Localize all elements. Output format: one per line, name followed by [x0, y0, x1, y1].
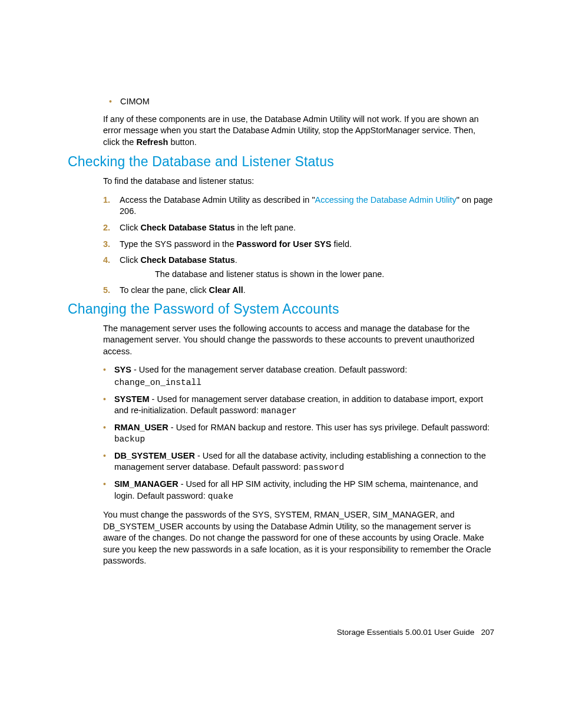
bullet-icon: • — [103, 394, 106, 405]
bullet-text: CIMOM — [120, 96, 150, 108]
page-number: 207 — [481, 628, 494, 637]
step-number: 1. — [103, 195, 116, 206]
item-body: SYSTEM - Used for management server data… — [114, 394, 494, 417]
step-number: 3. — [103, 239, 116, 251]
step-1: 1. Access the Database Admin Utility as … — [103, 195, 494, 218]
account-name: SIM_MANAGER — [114, 479, 178, 489]
text: - Used for management server database cr… — [114, 394, 483, 416]
accounts-list: • SYS - Used for the management server d… — [103, 364, 494, 502]
bullet-icon: • — [103, 422, 106, 433]
account-name: RMAN_USER — [114, 423, 168, 432]
footer-title: Storage Essentials 5.00.01 User Guide — [337, 628, 474, 637]
step-body: Access the Database Admin Utility as des… — [120, 195, 494, 218]
default-password: password — [303, 463, 345, 472]
text: . — [235, 255, 237, 265]
step-number: 2. — [103, 222, 116, 234]
account-name: DB_SYSTEM_USER — [114, 451, 195, 460]
item-body: SIM_MANAGER - Used for all HP SIM activi… — [114, 479, 494, 502]
step-4: 4. Click Check Database Status. — [103, 255, 494, 266]
text: in the left pane. — [235, 223, 296, 232]
default-password: quake — [208, 492, 234, 501]
default-password: change_on_install — [114, 377, 494, 389]
step-number: 5. — [103, 285, 116, 297]
step-body: Click Check Database Status in the left … — [120, 222, 296, 234]
section2-lead: The management server uses the following… — [103, 323, 494, 358]
step-2: 2. Click Check Database Status in the le… — [103, 222, 494, 234]
list-item: • SYS - Used for the management server d… — [103, 364, 494, 388]
ui-label: Password for User SYS — [236, 239, 331, 249]
text: To clear the pane, click — [120, 285, 209, 295]
refresh-label: Refresh — [136, 137, 168, 147]
item-body: RMAN_USER - Used for RMAN backup and res… — [114, 422, 494, 446]
document-page: • CIMOM If any of these components are i… — [0, 0, 562, 621]
ordered-steps: 1. Access the Database Admin Utility as … — [103, 195, 494, 297]
default-password: backup — [114, 434, 145, 444]
default-password: manager — [261, 406, 297, 416]
account-name: SYS — [114, 365, 131, 374]
list-item: • CIMOM — [109, 96, 494, 108]
text: - Used for RMAN backup and restore. This… — [168, 423, 490, 432]
intro-bullet-list: • CIMOM — [109, 96, 494, 108]
bullet-icon: • — [103, 450, 106, 462]
text: Click — [120, 255, 140, 265]
ui-label: Check Database Status — [140, 223, 234, 232]
account-name: SYSTEM — [114, 394, 150, 404]
ui-label: Check Database Status — [140, 255, 234, 265]
list-item: • RMAN_USER - Used for RMAN backup and r… — [103, 422, 494, 446]
bullet-icon: • — [103, 364, 106, 375]
item-body: SYS - Used for the management server dat… — [114, 364, 494, 388]
text: Type the SYS password in the — [120, 239, 236, 249]
bullet-icon: • — [103, 479, 106, 490]
list-item: • DB_SYSTEM_USER - Used for all the data… — [103, 450, 494, 474]
section2-trailing: You must change the passwords of the SYS… — [103, 509, 494, 567]
step-body: Click Check Database Status. — [120, 255, 237, 266]
section-heading-checking-status: Checking the Database and Listener Statu… — [68, 154, 494, 170]
text: field. — [331, 239, 352, 249]
item-body: DB_SYSTEM_USER - Used for all the databa… — [114, 450, 494, 474]
bullet-icon: • — [109, 96, 112, 107]
list-item: • SYSTEM - Used for management server da… — [103, 394, 494, 417]
step-body: To clear the pane, click Clear All. — [120, 285, 246, 297]
page-footer: Storage Essentials 5.00.01 User Guide 20… — [337, 628, 494, 637]
step-4-sub: The database and listener status is show… — [155, 269, 494, 281]
link-accessing-db-admin[interactable]: Accessing the Database Admin Utility — [315, 195, 457, 205]
ui-label: Clear All — [209, 285, 243, 295]
step-3: 3. Type the SYS password in the Password… — [103, 239, 494, 251]
text: Click — [120, 223, 140, 232]
intro-paragraph: If any of these components are in use, t… — [103, 114, 494, 149]
list-item: • SIM_MANAGER - Used for all HP SIM acti… — [103, 479, 494, 502]
step-5: 5. To clear the pane, click Clear All. — [103, 285, 494, 297]
step-number: 4. — [103, 255, 116, 266]
text: . — [243, 285, 246, 295]
section-heading-changing-password: Changing the Password of System Accounts — [68, 301, 494, 317]
text: Access the Database Admin Utility as des… — [120, 195, 315, 205]
step-body: Type the SYS password in the Password fo… — [120, 239, 352, 251]
text: - Used for the management server databas… — [131, 365, 407, 374]
section1-lead: To find the database and listener status… — [103, 176, 494, 187]
text: button. — [168, 137, 196, 147]
